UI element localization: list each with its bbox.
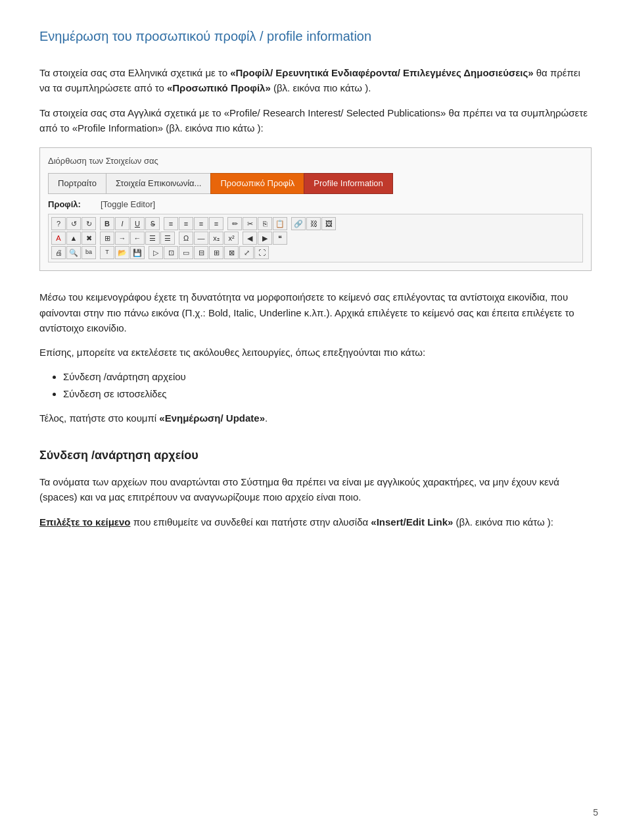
tb-redo[interactable]: ↻ xyxy=(82,217,96,230)
profile-label-row: Προφίλ: [Toggle Editor] xyxy=(48,198,583,211)
tb-special-char[interactable]: Ω xyxy=(179,232,193,245)
p7-underline: Επιλέξτε το κείμενο xyxy=(39,516,131,528)
tb-save[interactable]: 💾 xyxy=(130,246,145,259)
profile-label: Προφίλ: xyxy=(48,198,101,211)
tb-remove-format[interactable]: ✖ xyxy=(82,232,96,245)
p1-bold-part2: «Προσωπικό Προφίλ» xyxy=(167,82,271,93)
ui-box-title: Διόρθωση των Στοιχείων σας xyxy=(48,155,583,168)
tb-align-justify[interactable]: ≡ xyxy=(209,217,223,230)
tb-bullet-list[interactable]: ☰ xyxy=(145,232,160,245)
paragraph-1: Τα στοιχεία σας στα Ελληνικά σχετικά με … xyxy=(39,65,592,96)
tb-num-list[interactable]: ☰ xyxy=(160,232,175,245)
tb-copy[interactable]: ⎘ xyxy=(258,217,272,230)
tb-template[interactable]: ⊡ xyxy=(164,246,178,259)
tb-cut[interactable]: ✂ xyxy=(243,217,257,230)
paragraph-6: Τα ονόματα των αρχείων που αναρτώνται στ… xyxy=(39,474,592,505)
tb-ltr[interactable]: ◀ xyxy=(243,232,257,245)
tb-highlight[interactable]: ▲ xyxy=(66,232,81,245)
tb-open-file[interactable]: 📂 xyxy=(115,246,129,259)
p5-after: . xyxy=(265,412,268,424)
tb-underline[interactable]: U xyxy=(130,217,145,230)
paragraph-3: Μέσω του κειμενογράφου έχετε τη δυνατότη… xyxy=(39,289,592,335)
tb-col1[interactable]: ▭ xyxy=(179,246,193,259)
tb-replace[interactable]: ba xyxy=(82,246,96,259)
tb-col4[interactable]: ⊠ xyxy=(224,246,239,259)
tb-help[interactable]: ? xyxy=(51,217,66,230)
toolbar-row-2: A ▲ ✖ ⊞ → ← ☰ ☰ Ω — x₂ x² ◀ ▶ ❝ xyxy=(51,232,580,245)
tb-undo[interactable]: ↺ xyxy=(66,217,81,230)
p7-bold: «Insert/Edit Link» xyxy=(371,516,453,528)
list-item: Σύνδεση σε ιστοσελίδες xyxy=(63,386,592,401)
toolbar-area: ? ↺ ↻ B I U S̶ ≡ ≡ ≡ ≡ ✏ ✂ ⎘ 📋 🔗 ⛓ 🖼 A ▲ xyxy=(48,214,583,262)
p1-text-before: Τα στοιχεία σας στα Ελληνικά σχετικά με … xyxy=(39,67,230,78)
toolbar-row-3: 🖨 🔍 ba T 📂 💾 ▷ ⊡ ▭ ⊟ ⊞ ⊠ ⤢ ⛶ xyxy=(51,246,580,259)
tb-print[interactable]: 🖨 xyxy=(51,246,66,259)
tb-bold[interactable]: B xyxy=(100,217,114,230)
page-title: Ενημέρωση του προσωπικού προφίλ / profil… xyxy=(39,26,592,47)
tb-font-color[interactable]: A xyxy=(51,232,66,245)
tb-outdent[interactable]: ← xyxy=(130,232,145,245)
tb-align-center[interactable]: ≡ xyxy=(179,217,193,230)
tb-col2[interactable]: ⊟ xyxy=(194,246,208,259)
p1-text-end: (βλ. εικόνα πιο κάτω ). xyxy=(271,82,371,93)
p5-bold: «Ενημέρωση/ Update» xyxy=(159,412,265,424)
list-item: Σύνδεση /ανάρτηση αρχείου xyxy=(63,369,592,384)
section2-heading: Σύνδεση /ανάρτηση αρχείου xyxy=(39,447,592,465)
ui-screenshot-box: Διόρθωση των Στοιχείων σας Πορτραίτο Στο… xyxy=(39,147,592,271)
tb-zoom[interactable]: ⤢ xyxy=(239,246,254,259)
p7-middle: που επιθυμείτε να συνδεθεί και πατήστε σ… xyxy=(131,516,371,528)
tb-blockquote[interactable]: ❝ xyxy=(273,232,287,245)
tab-row: Πορτραίτο Στοιχεία Επικοινωνία... Προσωπ… xyxy=(48,173,583,194)
p1-bold-part: «Προφίλ/ Ερευνητικά Ενδιαφέροντα/ Επιλεγ… xyxy=(230,67,533,78)
tb-indent[interactable]: → xyxy=(115,232,129,245)
tb-fullscreen[interactable]: ⛶ xyxy=(254,246,269,259)
toggle-editor-btn[interactable]: [Toggle Editor] xyxy=(101,198,155,211)
tab-profile-information[interactable]: Profile Information xyxy=(304,173,393,194)
p7-end: (βλ. εικόνα πιο κάτω ): xyxy=(453,516,553,528)
tb-image[interactable]: 🖼 xyxy=(321,217,336,230)
paragraph-7: Επιλέξτε το κείμενο που επιθυμείτε να συ… xyxy=(39,514,592,530)
tb-rtl[interactable]: ▶ xyxy=(258,232,272,245)
tb-superscript[interactable]: x² xyxy=(224,232,239,245)
tb-subscript[interactable]: x₂ xyxy=(209,232,223,245)
tb-italic[interactable]: I xyxy=(115,217,129,230)
tb-table[interactable]: ⊞ xyxy=(100,232,114,245)
tb-col3[interactable]: ⊞ xyxy=(209,246,223,259)
paragraph-4: Επίσης, μπορείτε να εκτελέσετε τις ακόλο… xyxy=(39,345,592,360)
tb-pencil[interactable]: ✏ xyxy=(227,217,242,230)
tb-paste[interactable]: 📋 xyxy=(273,217,287,230)
tb-font[interactable]: T xyxy=(100,246,114,259)
p5-before: Τέλος, πατήστε στο κουμπί xyxy=(39,412,159,424)
tab-portrait[interactable]: Πορτραίτο xyxy=(48,173,106,194)
tb-media[interactable]: ▷ xyxy=(149,246,163,259)
paragraph-2: Τα στοιχεία σας στα Αγγλικά σχετικά με τ… xyxy=(39,105,592,136)
tb-link[interactable]: 🔗 xyxy=(291,217,306,230)
tab-contact[interactable]: Στοιχεία Επικοινωνία... xyxy=(106,173,211,194)
tab-personal-profile[interactable]: Προσωπικό Προφίλ xyxy=(210,173,304,194)
tb-unlink[interactable]: ⛓ xyxy=(306,217,321,230)
tb-align-right[interactable]: ≡ xyxy=(194,217,208,230)
tb-align-left[interactable]: ≡ xyxy=(164,217,178,230)
tb-strikethrough[interactable]: S̶ xyxy=(145,217,160,230)
toolbar-row-1: ? ↺ ↻ B I U S̶ ≡ ≡ ≡ ≡ ✏ ✂ ⎘ 📋 🔗 ⛓ 🖼 xyxy=(51,217,580,230)
tb-find[interactable]: 🔍 xyxy=(66,246,81,259)
paragraph-5: Τέλος, πατήστε στο κουμπί «Ενημέρωση/ Up… xyxy=(39,410,592,426)
tb-hr[interactable]: — xyxy=(194,232,208,245)
bullet-list: Σύνδεση /ανάρτηση αρχείου Σύνδεση σε ιστ… xyxy=(63,369,592,401)
